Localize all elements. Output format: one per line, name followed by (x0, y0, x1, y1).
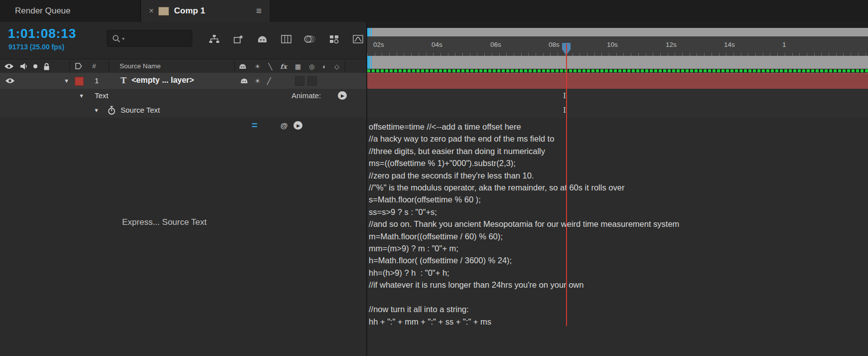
expression-controls: = @ ▶ (252, 120, 302, 131)
draft-3d-icon[interactable] (230, 34, 246, 44)
lock-icon[interactable] (43, 63, 50, 70)
text-group-row[interactable]: ▼ Text Animate: ▶ (0, 89, 366, 104)
text-group-expand-triangle[interactable]: ▼ (79, 93, 84, 99)
text-layer-icon: T (121, 76, 127, 85)
time-navigator-bar[interactable] (367, 28, 868, 37)
tab-comp-1[interactable]: × Comp 1 ≡ (141, 0, 270, 22)
time-ruler[interactable]: 02s04s06s08s10s12s14s1 (367, 36, 868, 56)
source-text-row[interactable]: ▼ Source Text (0, 103, 366, 118)
stopwatch-icon[interactable] (108, 106, 116, 115)
search-field[interactable]: ▾ (107, 30, 192, 47)
timeline-column-header: # Source Name ☀ ╲ fx ▦ ◎ ◐ ◇ (0, 59, 366, 74)
header-divider (345, 61, 345, 71)
work-area-bar[interactable] (367, 56, 868, 73)
text-group-track[interactable]: I (367, 89, 868, 104)
ruler-time-label: 12s (666, 41, 677, 48)
expression-code-line[interactable]: //a hacky way to zero pad the end of the… (369, 133, 868, 145)
layer-quality-icon[interactable]: ╱ (267, 77, 271, 85)
quality-switch-icon[interactable]: ╲ (269, 63, 273, 70)
expression-code-line[interactable]: h=Math.floor( (offsettime / 3600) % 24); (369, 254, 868, 266)
ram-cache-indicator (367, 69, 868, 73)
layer-duration-bar[interactable] (367, 73, 868, 90)
panel-menu-icon[interactable]: ≡ (256, 5, 262, 16)
expression-code-line[interactable]: m=Math.floor((offsettime / 60) % 60); (369, 230, 868, 242)
expression-language-menu-icon[interactable]: ▶ (293, 121, 302, 130)
comp-flowchart-icon[interactable] (206, 34, 222, 43)
expression-code-line[interactable]: //and so on. Thank you ancient Mesopotam… (369, 218, 868, 230)
expression-pick-whip-icon[interactable]: @ (281, 121, 288, 130)
adjustment-layer-switch-icon[interactable]: ◐ (322, 63, 326, 70)
expression-code-line[interactable]: //if whatever it is runs longer than 24h… (369, 279, 868, 291)
expression-code-line[interactable]: //now turn it all into a string: (369, 303, 868, 315)
tab-render-queue[interactable]: Render Queue (0, 0, 141, 22)
motion-blur-icon[interactable] (302, 35, 318, 43)
solo-icon[interactable] (33, 64, 37, 68)
expression-code-line[interactable] (369, 291, 868, 303)
left-panel-lower: = @ ▶ Express... Source Text (0, 118, 366, 356)
layer-switches: ☀ ╱ (240, 73, 271, 89)
playhead-line[interactable] (566, 44, 567, 326)
text-group-label: Text (95, 91, 109, 100)
3d-layer-switch-icon[interactable]: ◇ (334, 63, 339, 70)
current-time-display[interactable]: 1:01:08:13 (8, 26, 76, 41)
shy-switch-icon[interactable] (239, 63, 247, 69)
layer-collapse-icon[interactable]: ☀ (255, 77, 261, 85)
close-icon[interactable]: × (149, 6, 153, 15)
comp-color-swatch (158, 7, 169, 15)
expression-property-caption: Express... Source Text (122, 217, 207, 227)
effects-switch-icon[interactable]: fx (280, 63, 287, 70)
layer-number-header[interactable]: # (92, 62, 96, 70)
expression-enable-icon[interactable]: = (252, 120, 258, 131)
after-effects-timeline-panel: Render Queue × Comp 1 ≡ 1:01:08:13 91713… (0, 0, 868, 356)
layer-expand-triangle[interactable]: ▼ (64, 78, 69, 84)
video-eye-icon[interactable] (4, 63, 14, 69)
collapse-transformations-icon[interactable]: ☀ (255, 63, 261, 70)
layer-name[interactable]: <empty ... layer> (132, 76, 194, 85)
layer-row-1[interactable]: ▼ 1 T <empty ... layer> ☀ ╱ (0, 73, 366, 89)
graph-editor-icon[interactable] (350, 35, 366, 43)
header-divider (234, 61, 235, 71)
layer-number: 1 (95, 76, 99, 85)
animate-menu-button[interactable]: ▶ (338, 91, 347, 100)
audio-speaker-icon[interactable] (20, 63, 27, 70)
ruler-time-label: 04s (432, 41, 442, 48)
expression-code-line[interactable]: mm=(m>9) ? m : "0"+ m; (369, 242, 868, 254)
expression-editor[interactable]: offsettime=time //<--add a time offset h… (367, 118, 868, 356)
source-name-header[interactable]: Source Name (120, 62, 161, 70)
animate-label: Animate: (291, 91, 321, 100)
navigator-start-bracket[interactable] (367, 28, 370, 36)
source-text-track[interactable]: I (367, 103, 868, 118)
frame-blend-switch-icon[interactable]: ▦ (295, 63, 301, 70)
ruler-time-label: 14s (724, 41, 735, 48)
frame-blending-icon[interactable] (278, 35, 294, 43)
tab-comp-1-label: Comp 1 (174, 6, 205, 16)
tab-render-queue-label: Render Queue (15, 6, 71, 16)
source-text-expand-triangle[interactable]: ▼ (94, 107, 99, 113)
layer-visibility-eye-icon[interactable] (5, 78, 15, 84)
timeline-graph-area: 02s04s06s08s10s12s14s1 I I offsettime=ti… (367, 22, 868, 356)
panel-tab-bar: Render Queue × Comp 1 ≡ (0, 0, 868, 22)
switch-empty-cell[interactable] (295, 76, 304, 86)
hide-shy-layers-icon[interactable] (254, 35, 270, 43)
brainstorm-icon[interactable] (326, 35, 342, 43)
expression-code-line[interactable]: ms=((offsettime % 1)+"000").substr(2,3); (369, 157, 868, 169)
timeline-top-gap (367, 22, 868, 28)
expression-code-line[interactable]: offsettime=time //<--add a time offset h… (369, 121, 868, 133)
layer-label-color-swatch[interactable] (75, 77, 84, 86)
header-divider (69, 61, 70, 71)
motion-blur-switch-icon[interactable]: ◎ (309, 63, 314, 70)
chevron-down-icon[interactable]: ▾ (122, 36, 125, 41)
expression-code-line[interactable]: //three digits, but easier than doing it… (369, 145, 868, 157)
expression-code-line[interactable]: //"%" is the modulus operator, aka the r… (369, 181, 868, 193)
layer-shy-icon[interactable] (240, 78, 248, 84)
ruler-time-label: 02s (373, 41, 384, 48)
expression-code-line[interactable]: //zero pad the seconds if they're less t… (369, 170, 868, 181)
header-divider (109, 61, 109, 71)
label-color-header-icon[interactable] (75, 62, 82, 70)
expression-code-line[interactable]: hh=(h>9) ? h : "0"+ h; (369, 267, 868, 279)
expression-code-line[interactable]: hh + ":" + mm + ":" + ss + ":" + ms (369, 316, 868, 328)
av-features-header (4, 59, 50, 73)
expression-code-line[interactable]: s=Math.floor(offsettime % 60 ); (369, 193, 868, 205)
expression-code-line[interactable]: ss=s>9 ? s : "0"+s; (369, 206, 868, 218)
switch-empty-cell[interactable] (307, 76, 317, 86)
